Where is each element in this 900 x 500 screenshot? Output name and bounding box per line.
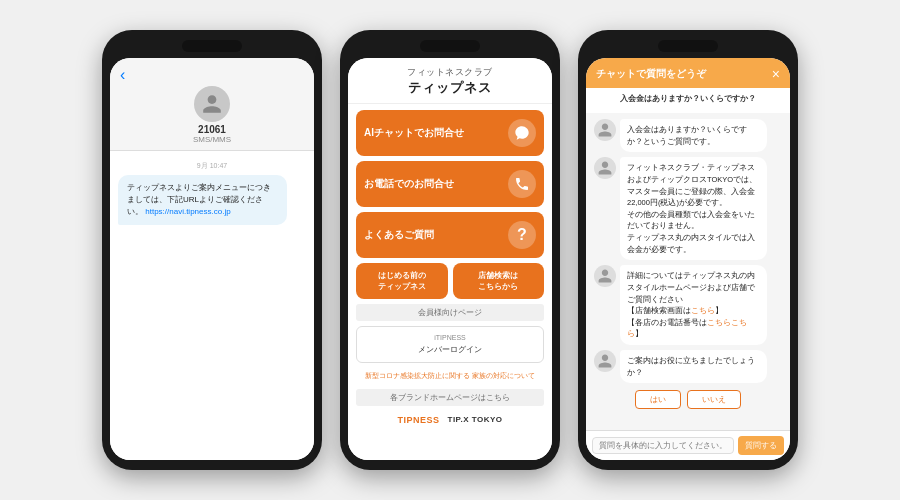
chat-bubble-1: 入会金はありますか？いくらですか？というご質問です。 (620, 119, 767, 152)
phone-contact-button[interactable]: お電話でのお問合せ (356, 161, 544, 207)
chat-title: チャットで質問をどうぞ (596, 67, 706, 81)
store-link[interactable]: こちら (691, 306, 715, 315)
itipness-label: iTIPNESS (363, 333, 537, 344)
store-search-button[interactable]: 店舗検索はこちらから (453, 263, 545, 299)
chat-question-badge: 入会金はありますか？いくらですか？ (594, 88, 782, 109)
beginner-button[interactable]: はじめる前のティップネス (356, 263, 448, 299)
sms-header: ‹ 21061 SMS/MMS (110, 58, 314, 151)
faq-button[interactable]: よくあるご質問 ? (356, 212, 544, 258)
tipness-brand-logo[interactable]: TIPNESS (397, 415, 439, 425)
phone-screen-sms: ‹ 21061 SMS/MMS 9月 10:47 ティップネスよりご案内メニュー… (110, 58, 314, 460)
sms-bubble: ティップネスよりご案内メニューにつきましては、下記URLよりご確認ください。 h… (118, 175, 287, 225)
phone-contact-label: お電話でのお問合せ (364, 177, 454, 191)
member-section-label: 会員様向けページ (356, 304, 544, 321)
chat-body: 入会金はありますか？いくらですか？というご質問です。 フィットネスクラブ・ティッ… (586, 113, 790, 430)
menu-header: フィットネスクラブ ティップネス (348, 58, 552, 104)
sms-avatar (194, 86, 230, 122)
phone-screen-menu: フィットネスクラブ ティップネス AIチャットでお問合せ お電話でのお問合せ よ… (348, 58, 552, 460)
phone-screen-chat: チャットで質問をどうぞ × 入会金はありますか？いくらですか？ 入会金はあります… (586, 58, 790, 460)
phone-notch-2 (420, 40, 480, 52)
bot-avatar-icon-1 (597, 122, 613, 138)
reply-no-button[interactable]: いいえ (687, 390, 741, 409)
chat-bot-avatar-1 (594, 119, 616, 141)
sms-time: 9月 10:47 (118, 161, 306, 171)
phone-sms: ‹ 21061 SMS/MMS 9月 10:47 ティップネスよりご案内メニュー… (102, 30, 322, 470)
sms-number: 21061 (198, 124, 226, 135)
covid-text: 新型コロナ感染拡大防止に関する 家族の対応について (365, 372, 535, 379)
chat-message-3: 詳細についてはティップネス丸の内スタイルホームページおよび店舗でご質問ください【… (594, 265, 782, 345)
bot-avatar-icon-4 (597, 353, 613, 369)
menu-logo-sub: フィットネスクラブ (358, 66, 542, 79)
chat-bubble-4: ご案内はお役に立ちましたでしょうか？ (620, 350, 767, 383)
chat-bot-avatar-2 (594, 157, 616, 179)
reply-yes-button[interactable]: はい (635, 390, 681, 409)
chat-input-bar: 質問する (586, 430, 790, 460)
phone-notch-3 (658, 40, 718, 52)
phone-notch-1 (182, 40, 242, 52)
menu-body: AIチャットでお問合せ お電話でのお問合せ よくあるご質問 ? はじめる前のティ… (348, 104, 552, 460)
chat-reply-row: はい いいえ (594, 390, 782, 409)
covid-notice: 新型コロナ感染拡大防止に関する 家族の対応について (356, 368, 544, 384)
sms-type: SMS/MMS (193, 135, 231, 144)
chat-bubble-2: フィットネスクラブ・ティップネスおよびティップクロスTOKYOでは、マスター会員… (620, 157, 767, 260)
ai-chat-button[interactable]: AIチャットでお問合せ (356, 110, 544, 156)
ai-chat-label: AIチャットでお問合せ (364, 126, 464, 140)
chat-bot-avatar-3 (594, 265, 616, 287)
bot-avatar-icon-2 (597, 160, 613, 176)
chat-header: チャットで質問をどうぞ × (586, 58, 790, 88)
chat-input-field[interactable] (592, 437, 734, 454)
brand-logos: TIPNESS TIP.X TOKYO (356, 411, 544, 429)
beginner-label: はじめる前のティップネス (378, 271, 426, 291)
faq-label: よくあるご質問 (364, 228, 434, 242)
chat-message-2: フィットネスクラブ・ティップネスおよびティップクロスTOKYOでは、マスター会員… (594, 157, 782, 260)
sms-body: 9月 10:47 ティップネスよりご案内メニューにつきましては、下記URLよりご… (110, 151, 314, 460)
tipx-brand-logo[interactable]: TIP.X TOKYO (448, 415, 503, 425)
bot-avatar-icon-3 (597, 268, 613, 284)
menu-logo-main: ティップネス (358, 79, 542, 97)
sms-link[interactable]: https://navi.tipness.co.jp (145, 207, 230, 216)
person-icon (201, 93, 223, 115)
phone-chat: チャットで質問をどうぞ × 入会金はありますか？いくらですか？ 入会金はあります… (578, 30, 798, 470)
ai-chat-icon (508, 119, 536, 147)
chat-close-button[interactable]: × (772, 66, 780, 82)
chat-bubble-3: 詳細についてはティップネス丸の内スタイルホームページおよび店舗でご質問ください【… (620, 265, 767, 345)
store-search-label: 店舗検索はこちらから (478, 271, 518, 291)
member-login-label: メンバーログイン (363, 344, 537, 356)
faq-icon: ? (508, 221, 536, 249)
phone-link[interactable]: こちら (707, 318, 731, 327)
chat-message-1: 入会金はありますか？いくらですか？というご質問です。 (594, 119, 782, 152)
brands-label: 各ブランドホームページはこちら (356, 389, 544, 406)
phone-icon (508, 170, 536, 198)
member-login-button[interactable]: iTIPNESS メンバーログイン (356, 326, 544, 363)
chat-bot-avatar-4 (594, 350, 616, 372)
chat-message-4: ご案内はお役に立ちましたでしょうか？ (594, 350, 782, 383)
sms-back-button[interactable]: ‹ (120, 66, 125, 84)
menu-btn-row: はじめる前のティップネス 店舗検索はこちらから (356, 263, 544, 299)
chat-send-button[interactable]: 質問する (738, 436, 784, 455)
phone-menu: フィットネスクラブ ティップネス AIチャットでお問合せ お電話でのお問合せ よ… (340, 30, 560, 470)
